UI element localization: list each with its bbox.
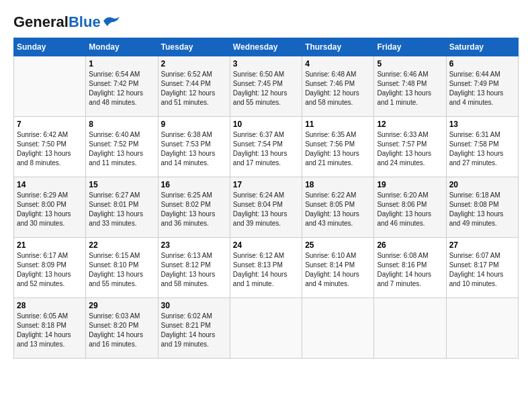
- day-cell-23: 23 Sunrise: 6:13 AM Sunset: 8:12 PM Dayl…: [158, 238, 230, 298]
- day-number: 9: [161, 120, 227, 129]
- week-row-5: 28 Sunrise: 6:05 AM Sunset: 8:18 PM Dayl…: [14, 298, 519, 359]
- day-info: Sunrise: 6:03 AM Sunset: 8:20 PM Dayligh…: [89, 312, 154, 349]
- day-info: Sunrise: 6:52 AM Sunset: 7:44 PM Dayligh…: [161, 70, 227, 107]
- empty-cell: [446, 298, 518, 359]
- day-cell-5: 5 Sunrise: 6:46 AM Sunset: 7:48 PM Dayli…: [374, 56, 446, 117]
- day-header-monday: Monday: [86, 38, 158, 56]
- day-number: 25: [305, 240, 371, 250]
- day-number: 2: [161, 59, 227, 68]
- day-header-tuesday: Tuesday: [158, 38, 230, 56]
- day-number: 8: [89, 120, 154, 129]
- day-info: Sunrise: 6:12 AM Sunset: 8:13 PM Dayligh…: [233, 251, 299, 289]
- logo: GeneralBlue: [13, 13, 121, 31]
- day-number: 20: [449, 180, 515, 189]
- day-number: 16: [161, 180, 227, 189]
- day-number: 22: [89, 240, 154, 250]
- day-header-saturday: Saturday: [446, 38, 518, 56]
- week-row-1: 1 Sunrise: 6:54 AM Sunset: 7:42 PM Dayli…: [14, 56, 519, 117]
- day-info: Sunrise: 6:08 AM Sunset: 8:16 PM Dayligh…: [377, 251, 443, 289]
- day-cell-11: 11 Sunrise: 6:35 AM Sunset: 7:56 PM Dayl…: [302, 117, 374, 177]
- day-info: Sunrise: 6:10 AM Sunset: 8:14 PM Dayligh…: [305, 251, 371, 289]
- day-info: Sunrise: 6:24 AM Sunset: 8:04 PM Dayligh…: [233, 191, 299, 228]
- day-cell-18: 18 Sunrise: 6:22 AM Sunset: 8:05 PM Dayl…: [302, 177, 374, 238]
- day-number: 27: [449, 240, 515, 250]
- day-cell-14: 14 Sunrise: 6:29 AM Sunset: 8:00 PM Dayl…: [14, 177, 86, 238]
- day-info: Sunrise: 6:33 AM Sunset: 7:57 PM Dayligh…: [377, 130, 443, 168]
- empty-cell: [374, 298, 446, 359]
- day-number: 28: [17, 301, 83, 310]
- day-number: 26: [377, 240, 443, 250]
- day-number: 13: [449, 120, 515, 129]
- day-cell-29: 29 Sunrise: 6:03 AM Sunset: 8:20 PM Dayl…: [86, 298, 158, 359]
- day-info: Sunrise: 6:18 AM Sunset: 8:08 PM Dayligh…: [449, 191, 515, 228]
- day-info: Sunrise: 6:31 AM Sunset: 7:58 PM Dayligh…: [449, 130, 515, 168]
- day-cell-7: 7 Sunrise: 6:42 AM Sunset: 7:50 PM Dayli…: [14, 117, 86, 177]
- day-info: Sunrise: 6:13 AM Sunset: 8:12 PM Dayligh…: [161, 251, 227, 289]
- day-cell-19: 19 Sunrise: 6:20 AM Sunset: 8:06 PM Dayl…: [374, 177, 446, 238]
- day-cell-21: 21 Sunrise: 6:17 AM Sunset: 8:09 PM Dayl…: [14, 238, 86, 298]
- day-info: Sunrise: 6:27 AM Sunset: 8:01 PM Dayligh…: [89, 191, 154, 228]
- day-info: Sunrise: 6:25 AM Sunset: 8:02 PM Dayligh…: [161, 191, 227, 228]
- day-number: 3: [233, 59, 299, 68]
- day-cell-28: 28 Sunrise: 6:05 AM Sunset: 8:18 PM Dayl…: [14, 298, 86, 359]
- day-info: Sunrise: 6:05 AM Sunset: 8:18 PM Dayligh…: [17, 312, 83, 349]
- day-number: 1: [89, 59, 154, 68]
- day-number: 18: [305, 180, 371, 189]
- day-number: 14: [17, 180, 83, 189]
- day-number: 30: [161, 301, 227, 310]
- day-info: Sunrise: 6:37 AM Sunset: 7:54 PM Dayligh…: [233, 130, 299, 168]
- day-header-friday: Friday: [374, 38, 446, 56]
- day-cell-26: 26 Sunrise: 6:08 AM Sunset: 8:16 PM Dayl…: [374, 238, 446, 298]
- day-number: 12: [377, 120, 443, 129]
- day-cell-24: 24 Sunrise: 6:12 AM Sunset: 8:13 PM Dayl…: [230, 238, 302, 298]
- calendar-header-row: SundayMondayTuesdayWednesdayThursdayFrid…: [14, 38, 519, 56]
- day-info: Sunrise: 6:17 AM Sunset: 8:09 PM Dayligh…: [17, 251, 83, 289]
- day-number: 24: [233, 240, 299, 250]
- day-number: 5: [377, 59, 443, 68]
- day-cell-25: 25 Sunrise: 6:10 AM Sunset: 8:14 PM Dayl…: [302, 238, 374, 298]
- day-info: Sunrise: 6:54 AM Sunset: 7:42 PM Dayligh…: [89, 70, 154, 107]
- day-cell-9: 9 Sunrise: 6:38 AM Sunset: 7:53 PM Dayli…: [158, 117, 230, 177]
- empty-cell: [302, 298, 374, 359]
- day-number: 29: [89, 301, 154, 310]
- week-row-2: 7 Sunrise: 6:42 AM Sunset: 7:50 PM Dayli…: [14, 117, 519, 177]
- day-cell-17: 17 Sunrise: 6:24 AM Sunset: 8:04 PM Dayl…: [230, 177, 302, 238]
- day-number: 10: [233, 120, 299, 129]
- day-cell-12: 12 Sunrise: 6:33 AM Sunset: 7:57 PM Dayl…: [374, 117, 446, 177]
- day-number: 21: [17, 240, 83, 250]
- day-header-wednesday: Wednesday: [230, 38, 302, 56]
- day-cell-22: 22 Sunrise: 6:15 AM Sunset: 8:10 PM Dayl…: [86, 238, 158, 298]
- day-cell-2: 2 Sunrise: 6:52 AM Sunset: 7:44 PM Dayli…: [158, 56, 230, 117]
- day-number: 19: [377, 180, 443, 189]
- day-number: 15: [89, 180, 154, 189]
- day-cell-15: 15 Sunrise: 6:27 AM Sunset: 8:01 PM Dayl…: [86, 177, 158, 238]
- day-header-sunday: Sunday: [14, 38, 86, 56]
- logo-bird-icon: [102, 14, 121, 30]
- day-info: Sunrise: 6:29 AM Sunset: 8:00 PM Dayligh…: [17, 191, 83, 228]
- day-info: Sunrise: 6:46 AM Sunset: 7:48 PM Dayligh…: [377, 70, 443, 107]
- week-row-4: 21 Sunrise: 6:17 AM Sunset: 8:09 PM Dayl…: [14, 238, 519, 298]
- day-info: Sunrise: 6:44 AM Sunset: 7:49 PM Dayligh…: [449, 70, 515, 107]
- empty-cell: [230, 298, 302, 359]
- day-cell-3: 3 Sunrise: 6:50 AM Sunset: 7:45 PM Dayli…: [230, 56, 302, 117]
- day-header-thursday: Thursday: [302, 38, 374, 56]
- day-number: 23: [161, 240, 227, 250]
- day-cell-16: 16 Sunrise: 6:25 AM Sunset: 8:02 PM Dayl…: [158, 177, 230, 238]
- empty-cell: [14, 56, 86, 117]
- week-row-3: 14 Sunrise: 6:29 AM Sunset: 8:00 PM Dayl…: [14, 177, 519, 238]
- day-info: Sunrise: 6:07 AM Sunset: 8:17 PM Dayligh…: [449, 251, 515, 289]
- day-cell-8: 8 Sunrise: 6:40 AM Sunset: 7:52 PM Dayli…: [86, 117, 158, 177]
- day-info: Sunrise: 6:22 AM Sunset: 8:05 PM Dayligh…: [305, 191, 371, 228]
- day-info: Sunrise: 6:15 AM Sunset: 8:10 PM Dayligh…: [89, 251, 154, 289]
- day-cell-10: 10 Sunrise: 6:37 AM Sunset: 7:54 PM Dayl…: [230, 117, 302, 177]
- day-info: Sunrise: 6:35 AM Sunset: 7:56 PM Dayligh…: [305, 130, 371, 168]
- day-info: Sunrise: 6:38 AM Sunset: 7:53 PM Dayligh…: [161, 130, 227, 168]
- day-info: Sunrise: 6:02 AM Sunset: 8:21 PM Dayligh…: [161, 312, 227, 349]
- calendar-table: SundayMondayTuesdayWednesdayThursdayFrid…: [13, 38, 519, 359]
- day-number: 17: [233, 180, 299, 189]
- day-number: 7: [17, 120, 83, 129]
- day-cell-30: 30 Sunrise: 6:02 AM Sunset: 8:21 PM Dayl…: [158, 298, 230, 359]
- day-info: Sunrise: 6:48 AM Sunset: 7:46 PM Dayligh…: [305, 70, 371, 107]
- day-info: Sunrise: 6:42 AM Sunset: 7:50 PM Dayligh…: [17, 130, 83, 168]
- page-header: GeneralBlue: [13, 13, 519, 31]
